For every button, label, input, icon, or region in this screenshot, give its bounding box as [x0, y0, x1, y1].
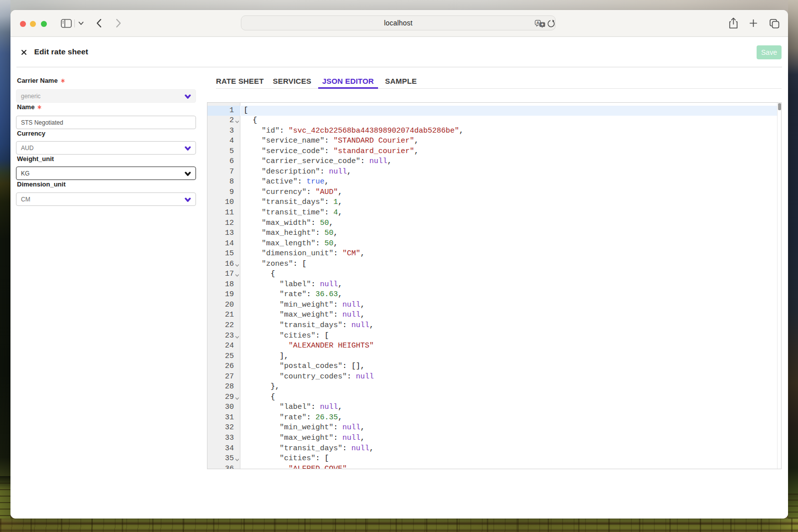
svg-text:✦: ✦	[541, 22, 544, 27]
svg-text:A: A	[536, 20, 539, 25]
